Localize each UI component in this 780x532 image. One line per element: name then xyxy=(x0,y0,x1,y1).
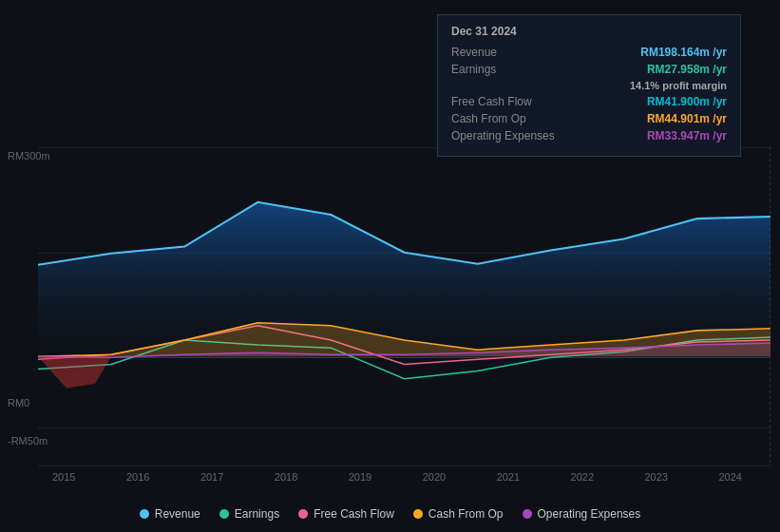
legend-item-cashfromop[interactable]: Cash From Op xyxy=(413,507,504,521)
tooltip-value-fcf: RM41.900m /yr xyxy=(647,95,727,108)
tooltip-row-opex: Operating Expenses RM33.947m /yr xyxy=(451,129,727,142)
legend-label-opex: Operating Expenses xyxy=(538,507,641,521)
revenue-area xyxy=(38,202,770,356)
tooltip-box: Dec 31 2024 Revenue RM198.164m /yr Earni… xyxy=(437,14,741,157)
x-labels: 2015 2016 2017 2018 2019 2020 2021 2022 … xyxy=(0,471,780,483)
tooltip-value-revenue: RM198.164m /yr xyxy=(640,46,727,59)
tooltip-label-fcf: Free Cash Flow xyxy=(451,95,575,108)
tooltip-label-revenue: Revenue xyxy=(451,46,575,59)
tooltip-row-cashfromop: Cash From Op RM44.901m /yr xyxy=(451,112,727,125)
legend-item-earnings[interactable]: Earnings xyxy=(219,507,279,521)
legend-dot-revenue xyxy=(140,509,149,519)
tooltip-row-earnings: Earnings RM27.958m /yr xyxy=(451,63,727,76)
x-label-2020: 2021 xyxy=(497,471,520,483)
legend-dot-cashfromop xyxy=(413,509,423,519)
x-label-2021: 2022 xyxy=(571,471,594,483)
legend-label-cashfromop: Cash From Op xyxy=(428,507,504,521)
tooltip-label-cashfromop: Cash From Op xyxy=(451,112,575,125)
x-label-2014: 2015 xyxy=(52,471,75,483)
chart-svg xyxy=(38,147,770,466)
x-label-2016: 2017 xyxy=(200,471,223,483)
x-label-2018: 2019 xyxy=(349,471,371,483)
legend: Revenue Earnings Free Cash Flow Cash Fro… xyxy=(0,507,780,521)
x-label-2017: 2018 xyxy=(275,471,297,483)
tooltip-label-opex: Operating Expenses xyxy=(451,129,575,142)
negative-area xyxy=(38,356,111,389)
legend-label-fcf: Free Cash Flow xyxy=(314,507,394,521)
x-label-2022: 2023 xyxy=(645,471,668,483)
legend-item-fcf[interactable]: Free Cash Flow xyxy=(298,507,394,521)
legend-label-earnings: Earnings xyxy=(235,507,279,521)
tooltip-row-fcf: Free Cash Flow RM41.900m /yr xyxy=(451,95,727,108)
legend-dot-earnings xyxy=(219,509,229,519)
tooltip-row-profit-margin: 14.1% profit margin xyxy=(451,80,727,91)
chart-area xyxy=(38,147,770,466)
x-label-2023: 2024 xyxy=(718,471,741,483)
tooltip-row-revenue: Revenue RM198.164m /yr xyxy=(451,46,727,59)
tooltip-label-earnings: Earnings xyxy=(451,63,575,76)
x-label-2015: 2016 xyxy=(126,471,149,483)
chart-container: Dec 31 2024 Revenue RM198.164m /yr Earni… xyxy=(0,0,780,532)
tooltip-value-cashfromop: RM44.901m /yr xyxy=(647,112,727,125)
y-label-0: RM0 xyxy=(8,397,29,408)
tooltip-value-earnings: RM27.958m /yr xyxy=(647,63,727,76)
tooltip-value-opex: RM33.947m /yr xyxy=(647,129,727,142)
x-label-2019: 2020 xyxy=(423,471,446,483)
grid-line-bottom xyxy=(38,466,770,466)
legend-dot-fcf xyxy=(298,509,308,519)
tooltip-value-profit-margin: 14.1% profit margin xyxy=(630,80,727,91)
legend-item-opex[interactable]: Operating Expenses xyxy=(523,507,641,521)
tooltip-date: Dec 31 2024 xyxy=(451,25,727,38)
legend-label-revenue: Revenue xyxy=(155,507,200,521)
legend-dot-opex xyxy=(523,509,532,519)
legend-item-revenue[interactable]: Revenue xyxy=(140,507,200,521)
